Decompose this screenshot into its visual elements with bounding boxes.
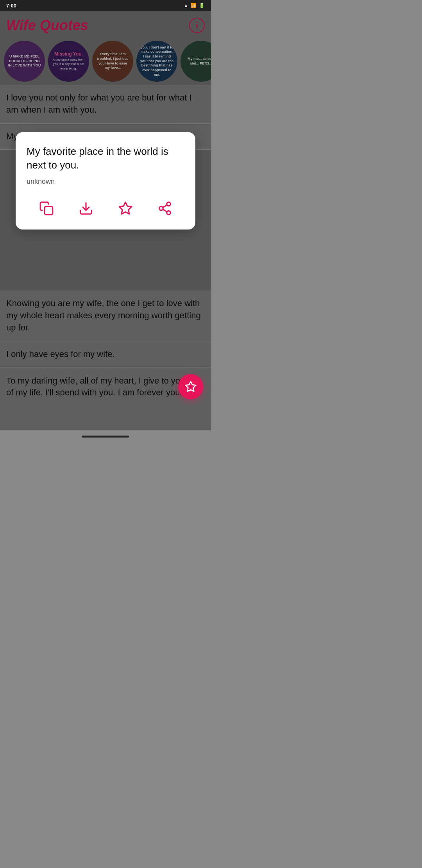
- svg-rect-0: [45, 206, 53, 215]
- modal-author: unknown: [27, 178, 184, 186]
- copy-icon: [39, 201, 54, 216]
- modal-overlay[interactable]: My favorite place in the world is next t…: [0, 11, 211, 430]
- fab-favorites[interactable]: [178, 374, 203, 399]
- modal-card: My favorite place in the world is next t…: [16, 132, 195, 230]
- download-button[interactable]: [74, 197, 98, 220]
- download-icon: [79, 201, 93, 216]
- home-bar: [0, 430, 211, 442]
- star-icon: [118, 201, 133, 216]
- svg-marker-2: [119, 202, 132, 214]
- svg-line-6: [163, 210, 167, 212]
- wifi-icon: ▲: [184, 3, 188, 8]
- svg-line-7: [163, 205, 167, 207]
- modal-actions: [27, 194, 184, 220]
- status-icons: ▲ 📶 🔋: [184, 3, 205, 8]
- fab-star-icon: [184, 380, 197, 393]
- modal-quote-text: My favorite place in the world is next t…: [27, 145, 184, 172]
- signal-icon: 📶: [191, 3, 197, 8]
- share-icon: [157, 201, 172, 216]
- home-indicator: [82, 436, 129, 438]
- svg-marker-8: [186, 382, 196, 391]
- favorite-button[interactable]: [114, 197, 137, 220]
- share-button[interactable]: [153, 197, 177, 220]
- battery-icon: 🔋: [199, 3, 205, 8]
- status-time: 7:00: [6, 3, 16, 9]
- copy-button[interactable]: [35, 197, 58, 220]
- status-bar: 7:00 ▲ 📶 🔋: [0, 0, 211, 11]
- bg-screen: Wife Quotes i U MAKE ME FEEL PROUD OF BE…: [0, 11, 211, 430]
